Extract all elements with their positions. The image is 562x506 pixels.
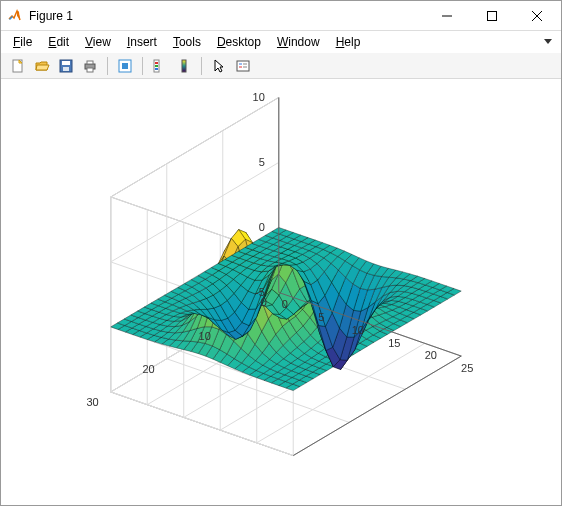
svg-rect-17 — [182, 60, 186, 72]
toolbar-separator — [201, 57, 202, 75]
svg-text:20: 20 — [425, 349, 437, 361]
svg-text:5: 5 — [259, 156, 265, 168]
menubar: File Edit View Insert Tools Desktop Wind… — [1, 31, 561, 53]
open-button[interactable] — [31, 55, 53, 77]
svg-rect-1 — [487, 11, 496, 20]
insert-colorbar-button[interactable] — [173, 55, 195, 77]
svg-rect-15 — [155, 65, 158, 67]
svg-text:25: 25 — [461, 362, 473, 374]
svg-rect-16 — [155, 68, 158, 70]
svg-text:10: 10 — [352, 324, 364, 336]
data-cursor-button[interactable] — [114, 55, 136, 77]
menu-insert[interactable]: Insert — [121, 33, 163, 51]
pointer-button[interactable] — [208, 55, 230, 77]
svg-rect-7 — [63, 67, 69, 71]
svg-text:20: 20 — [143, 363, 155, 375]
svg-text:15: 15 — [388, 337, 400, 349]
print-button[interactable] — [79, 55, 101, 77]
svg-rect-14 — [155, 62, 158, 64]
menu-view[interactable]: View — [79, 33, 117, 51]
maximize-button[interactable] — [469, 2, 514, 30]
svg-text:0: 0 — [261, 296, 267, 308]
svg-text:5: 5 — [318, 311, 324, 323]
matlab-icon — [7, 8, 23, 24]
svg-text:0: 0 — [259, 221, 265, 233]
new-figure-button[interactable] — [7, 55, 29, 77]
menu-overflow-icon[interactable] — [543, 35, 553, 49]
toolbar — [1, 53, 561, 79]
svg-rect-6 — [62, 61, 70, 65]
menu-edit[interactable]: Edit — [42, 33, 75, 51]
toolbar-separator — [142, 57, 143, 75]
svg-rect-10 — [87, 68, 93, 72]
svg-rect-18 — [237, 61, 249, 71]
menu-help[interactable]: Help — [330, 33, 367, 51]
menu-file[interactable]: File — [7, 33, 38, 51]
plot-area[interactable]: -5051005101520250102030 — [1, 79, 561, 505]
menu-desktop[interactable]: Desktop — [211, 33, 267, 51]
svg-rect-12 — [122, 63, 128, 69]
svg-rect-9 — [87, 61, 93, 64]
toolbar-separator — [107, 57, 108, 75]
menu-tools[interactable]: Tools — [167, 33, 207, 51]
titlebar: Figure 1 — [1, 1, 561, 31]
window-title: Figure 1 — [29, 9, 424, 23]
menu-window[interactable]: Window — [271, 33, 326, 51]
svg-text:0: 0 — [282, 298, 288, 310]
link-plot-button[interactable] — [149, 55, 171, 77]
close-button[interactable] — [514, 2, 559, 30]
svg-text:10: 10 — [253, 91, 265, 103]
insert-legend-button[interactable] — [232, 55, 254, 77]
surface-plot: -5051005101520250102030 — [1, 79, 561, 505]
minimize-button[interactable] — [424, 2, 469, 30]
svg-text:30: 30 — [87, 396, 99, 408]
svg-text:10: 10 — [199, 330, 211, 342]
save-button[interactable] — [55, 55, 77, 77]
